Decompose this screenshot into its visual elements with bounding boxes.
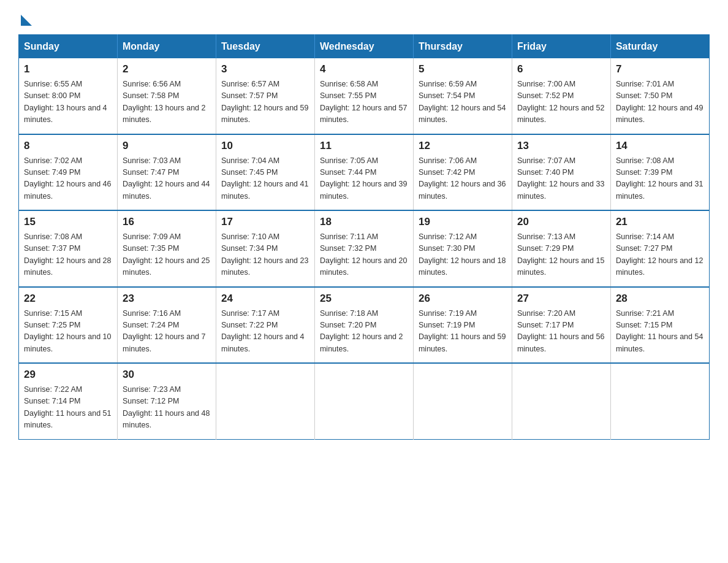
day-of-week-header: Tuesday — [216, 35, 314, 59]
day-number: 17 — [221, 216, 309, 228]
calendar-cell: 7Sunrise: 7:01 AMSunset: 7:50 PMDaylight… — [610, 58, 709, 134]
day-number: 25 — [320, 293, 408, 305]
day-number: 18 — [320, 216, 408, 228]
day-number: 29 — [24, 369, 112, 381]
calendar-cell — [216, 363, 314, 439]
calendar-cell: 17Sunrise: 7:10 AMSunset: 7:34 PMDayligh… — [216, 210, 314, 287]
day-sun-info: Sunrise: 7:12 AMSunset: 7:30 PMDaylight:… — [419, 231, 507, 279]
calendar-week-row: 8Sunrise: 7:02 AMSunset: 7:49 PMDaylight… — [19, 134, 710, 211]
day-sun-info: Sunrise: 6:59 AMSunset: 7:54 PMDaylight:… — [419, 79, 507, 126]
calendar-cell — [512, 363, 610, 439]
calendar-cell: 27Sunrise: 7:20 AMSunset: 7:17 PMDayligh… — [512, 287, 610, 364]
day-number: 13 — [517, 140, 605, 152]
day-number: 14 — [616, 140, 704, 152]
calendar-cell: 26Sunrise: 7:19 AMSunset: 7:19 PMDayligh… — [413, 287, 512, 364]
day-sun-info: Sunrise: 7:09 AMSunset: 7:35 PMDaylight:… — [123, 231, 211, 279]
day-sun-info: Sunrise: 6:58 AMSunset: 7:55 PMDaylight:… — [320, 79, 408, 126]
day-number: 3 — [221, 63, 309, 75]
calendar-cell: 30Sunrise: 7:23 AMSunset: 7:12 PMDayligh… — [117, 363, 216, 439]
calendar-cell: 19Sunrise: 7:12 AMSunset: 7:30 PMDayligh… — [413, 210, 512, 287]
day-number: 5 — [419, 63, 507, 75]
day-sun-info: Sunrise: 7:04 AMSunset: 7:45 PMDaylight:… — [221, 155, 309, 203]
day-sun-info: Sunrise: 7:08 AMSunset: 7:37 PMDaylight:… — [24, 231, 112, 279]
calendar-cell: 2Sunrise: 6:56 AMSunset: 7:58 PMDaylight… — [117, 58, 216, 134]
day-of-week-header: Thursday — [413, 35, 512, 59]
calendar-cell: 5Sunrise: 6:59 AMSunset: 7:54 PMDaylight… — [413, 58, 512, 134]
calendar-week-row: 29Sunrise: 7:22 AMSunset: 7:14 PMDayligh… — [19, 363, 710, 439]
day-number: 15 — [24, 216, 112, 228]
day-sun-info: Sunrise: 6:55 AMSunset: 8:00 PMDaylight:… — [24, 79, 112, 126]
calendar-cell: 29Sunrise: 7:22 AMSunset: 7:14 PMDayligh… — [19, 363, 118, 439]
day-sun-info: Sunrise: 7:19 AMSunset: 7:19 PMDaylight:… — [419, 308, 507, 356]
day-sun-info: Sunrise: 7:16 AMSunset: 7:24 PMDaylight:… — [123, 308, 211, 356]
calendar-cell: 18Sunrise: 7:11 AMSunset: 7:32 PMDayligh… — [314, 210, 413, 287]
calendar-cell: 4Sunrise: 6:58 AMSunset: 7:55 PMDaylight… — [314, 58, 413, 134]
day-number: 4 — [320, 63, 408, 75]
calendar-cell: 22Sunrise: 7:15 AMSunset: 7:25 PMDayligh… — [19, 287, 118, 364]
calendar-cell: 10Sunrise: 7:04 AMSunset: 7:45 PMDayligh… — [216, 134, 314, 211]
calendar-cell: 3Sunrise: 6:57 AMSunset: 7:57 PMDaylight… — [216, 58, 314, 134]
day-number: 8 — [24, 140, 112, 152]
logo — [18, 12, 32, 23]
day-sun-info: Sunrise: 7:10 AMSunset: 7:34 PMDaylight:… — [221, 231, 309, 279]
calendar-cell: 16Sunrise: 7:09 AMSunset: 7:35 PMDayligh… — [117, 210, 216, 287]
calendar-cell: 12Sunrise: 7:06 AMSunset: 7:42 PMDayligh… — [413, 134, 512, 211]
calendar-cell — [610, 363, 709, 439]
day-number: 22 — [24, 293, 112, 305]
calendar-cell: 20Sunrise: 7:13 AMSunset: 7:29 PMDayligh… — [512, 210, 610, 287]
calendar-cell: 14Sunrise: 7:08 AMSunset: 7:39 PMDayligh… — [610, 134, 709, 211]
calendar-cell: 15Sunrise: 7:08 AMSunset: 7:37 PMDayligh… — [19, 210, 118, 287]
logo-triangle-icon — [21, 15, 32, 26]
day-sun-info: Sunrise: 7:22 AMSunset: 7:14 PMDaylight:… — [24, 384, 112, 432]
day-sun-info: Sunrise: 6:57 AMSunset: 7:57 PMDaylight:… — [221, 79, 309, 126]
day-number: 24 — [221, 293, 309, 305]
day-sun-info: Sunrise: 7:20 AMSunset: 7:17 PMDaylight:… — [517, 308, 605, 356]
day-number: 11 — [320, 140, 408, 152]
page-header — [18, 12, 710, 23]
day-sun-info: Sunrise: 7:07 AMSunset: 7:40 PMDaylight:… — [517, 155, 605, 203]
day-sun-info: Sunrise: 7:17 AMSunset: 7:22 PMDaylight:… — [221, 308, 309, 356]
calendar-cell: 28Sunrise: 7:21 AMSunset: 7:15 PMDayligh… — [610, 287, 709, 364]
calendar-table: SundayMondayTuesdayWednesdayThursdayFrid… — [18, 34, 710, 440]
calendar-cell: 6Sunrise: 7:00 AMSunset: 7:52 PMDaylight… — [512, 58, 610, 134]
day-of-week-header: Saturday — [610, 35, 709, 59]
day-number: 9 — [123, 140, 211, 152]
day-number: 23 — [123, 293, 211, 305]
day-of-week-header: Wednesday — [314, 35, 413, 59]
day-sun-info: Sunrise: 6:56 AMSunset: 7:58 PMDaylight:… — [123, 79, 211, 126]
calendar-week-row: 1Sunrise: 6:55 AMSunset: 8:00 PMDaylight… — [19, 58, 710, 134]
day-number: 27 — [517, 293, 605, 305]
calendar-week-row: 22Sunrise: 7:15 AMSunset: 7:25 PMDayligh… — [19, 287, 710, 364]
calendar-cell: 21Sunrise: 7:14 AMSunset: 7:27 PMDayligh… — [610, 210, 709, 287]
day-sun-info: Sunrise: 7:23 AMSunset: 7:12 PMDaylight:… — [123, 384, 211, 432]
calendar-cell: 23Sunrise: 7:16 AMSunset: 7:24 PMDayligh… — [117, 287, 216, 364]
day-number: 12 — [419, 140, 507, 152]
day-sun-info: Sunrise: 7:13 AMSunset: 7:29 PMDaylight:… — [517, 231, 605, 279]
day-of-week-header: Sunday — [19, 35, 118, 59]
day-number: 20 — [517, 216, 605, 228]
day-sun-info: Sunrise: 7:06 AMSunset: 7:42 PMDaylight:… — [419, 155, 507, 203]
day-number: 19 — [419, 216, 507, 228]
calendar-cell: 8Sunrise: 7:02 AMSunset: 7:49 PMDaylight… — [19, 134, 118, 211]
day-number: 10 — [221, 140, 309, 152]
day-sun-info: Sunrise: 7:05 AMSunset: 7:44 PMDaylight:… — [320, 155, 408, 203]
calendar-cell: 9Sunrise: 7:03 AMSunset: 7:47 PMDaylight… — [117, 134, 216, 211]
day-sun-info: Sunrise: 7:01 AMSunset: 7:50 PMDaylight:… — [616, 79, 704, 126]
day-number: 7 — [616, 63, 704, 75]
day-sun-info: Sunrise: 7:18 AMSunset: 7:20 PMDaylight:… — [320, 308, 408, 356]
calendar-cell: 13Sunrise: 7:07 AMSunset: 7:40 PMDayligh… — [512, 134, 610, 211]
calendar-cell — [314, 363, 413, 439]
day-of-week-header: Monday — [117, 35, 216, 59]
calendar-cell: 1Sunrise: 6:55 AMSunset: 8:00 PMDaylight… — [19, 58, 118, 134]
day-of-week-header: Friday — [512, 35, 610, 59]
day-sun-info: Sunrise: 7:14 AMSunset: 7:27 PMDaylight:… — [616, 231, 704, 279]
day-number: 2 — [123, 63, 211, 75]
day-number: 26 — [419, 293, 507, 305]
calendar-cell: 11Sunrise: 7:05 AMSunset: 7:44 PMDayligh… — [314, 134, 413, 211]
day-number: 1 — [24, 63, 112, 75]
day-sun-info: Sunrise: 7:08 AMSunset: 7:39 PMDaylight:… — [616, 155, 704, 203]
days-header-row: SundayMondayTuesdayWednesdayThursdayFrid… — [19, 35, 710, 59]
calendar-week-row: 15Sunrise: 7:08 AMSunset: 7:37 PMDayligh… — [19, 210, 710, 287]
day-number: 21 — [616, 216, 704, 228]
day-number: 28 — [616, 293, 704, 305]
